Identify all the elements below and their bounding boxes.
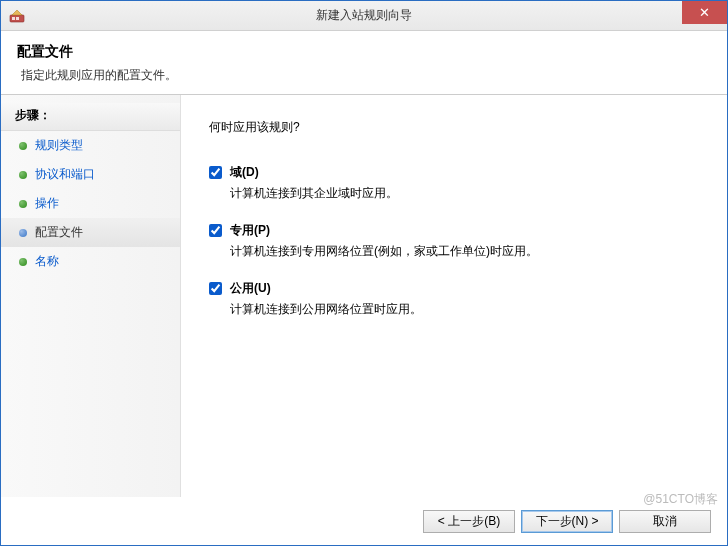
close-button[interactable]: ✕ <box>682 1 727 24</box>
option-label: 专用(P) <box>230 222 270 239</box>
step-label: 操作 <box>35 195 59 212</box>
wizard-window: 新建入站规则向导 ✕ 配置文件 指定此规则应用的配置文件。 步骤： 规则类型 协… <box>0 0 728 546</box>
main-panel: 何时应用该规则? 域(D) 计算机连接到其企业域时应用。 专用(P) 计算机连接… <box>181 95 727 497</box>
option-private: 专用(P) 计算机连接到专用网络位置(例如，家或工作单位)时应用。 <box>209 222 699 260</box>
checkbox-domain[interactable] <box>209 166 222 179</box>
bullet-icon <box>19 200 27 208</box>
option-row[interactable]: 域(D) <box>209 164 699 181</box>
option-desc: 计算机连接到公用网络位置时应用。 <box>230 301 699 318</box>
bullet-icon <box>19 258 27 266</box>
bullet-icon <box>19 142 27 150</box>
page-subtitle: 指定此规则应用的配置文件。 <box>21 67 711 84</box>
cancel-button[interactable]: 取消 <box>619 510 711 533</box>
next-button[interactable]: 下一步(N) > <box>521 510 613 533</box>
step-label: 名称 <box>35 253 59 270</box>
close-icon: ✕ <box>699 5 710 20</box>
option-row[interactable]: 专用(P) <box>209 222 699 239</box>
steps-sidebar: 步骤： 规则类型 协议和端口 操作 配置文件 名称 <box>1 95 181 497</box>
titlebar: 新建入站规则向导 ✕ <box>1 1 727 31</box>
wizard-footer: < 上一步(B) 下一步(N) > 取消 <box>1 497 727 545</box>
step-profile[interactable]: 配置文件 <box>1 218 180 247</box>
app-icon <box>9 8 25 24</box>
option-domain: 域(D) 计算机连接到其企业域时应用。 <box>209 164 699 202</box>
steps-heading: 步骤： <box>1 103 180 131</box>
step-label: 规则类型 <box>35 137 83 154</box>
step-name[interactable]: 名称 <box>1 247 180 276</box>
window-title: 新建入站规则向导 <box>316 7 412 24</box>
question-text: 何时应用该规则? <box>209 119 699 136</box>
bullet-icon <box>19 229 27 237</box>
checkbox-public[interactable] <box>209 282 222 295</box>
page-title: 配置文件 <box>17 43 711 61</box>
option-public: 公用(U) 计算机连接到公用网络位置时应用。 <box>209 280 699 318</box>
bullet-icon <box>19 171 27 179</box>
wizard-header: 配置文件 指定此规则应用的配置文件。 <box>1 31 727 95</box>
option-row[interactable]: 公用(U) <box>209 280 699 297</box>
step-protocol-ports[interactable]: 协议和端口 <box>1 160 180 189</box>
wizard-body: 步骤： 规则类型 协议和端口 操作 配置文件 名称 何 <box>1 95 727 497</box>
checkbox-private[interactable] <box>209 224 222 237</box>
back-button[interactable]: < 上一步(B) <box>423 510 515 533</box>
step-action[interactable]: 操作 <box>1 189 180 218</box>
option-label: 公用(U) <box>230 280 271 297</box>
step-label: 协议和端口 <box>35 166 95 183</box>
step-rule-type[interactable]: 规则类型 <box>1 131 180 160</box>
svg-rect-2 <box>16 17 19 20</box>
option-desc: 计算机连接到其企业域时应用。 <box>230 185 699 202</box>
step-label: 配置文件 <box>35 224 83 241</box>
option-desc: 计算机连接到专用网络位置(例如，家或工作单位)时应用。 <box>230 243 699 260</box>
option-label: 域(D) <box>230 164 259 181</box>
svg-rect-1 <box>12 17 15 20</box>
